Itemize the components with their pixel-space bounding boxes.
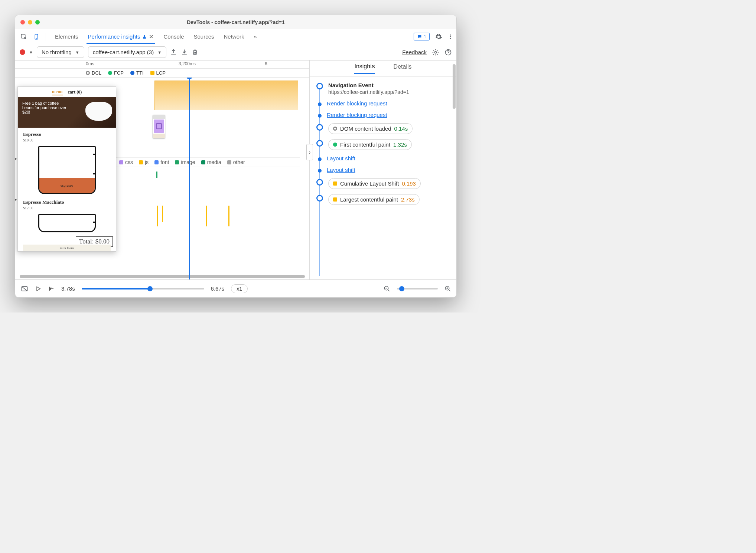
insight-layout-shift-2[interactable]: Layout shift xyxy=(314,167,453,173)
expand-section-2[interactable]: ▸ xyxy=(15,196,20,202)
dcl-label: DOM content loaded xyxy=(340,125,391,132)
wf-bar[interactable] xyxy=(157,206,158,226)
marker-tti[interactable]: TTI xyxy=(130,70,144,76)
record-menu-caret[interactable]: ▼ xyxy=(29,50,33,55)
minimize-window[interactable] xyxy=(28,20,32,24)
maximize-window[interactable] xyxy=(35,20,40,24)
zoom-out-icon[interactable] xyxy=(384,285,390,292)
skip-back-icon[interactable] xyxy=(48,285,55,292)
upload-icon[interactable] xyxy=(170,49,177,56)
insight-render-blocking-2[interactable]: Render blocking request xyxy=(314,112,453,118)
close-tab-icon[interactable]: ✕ xyxy=(149,33,154,40)
nav-event-title: Navigation Event xyxy=(328,82,453,88)
recording-value: coffee-cart.netlify.app (3) xyxy=(93,49,154,55)
marker-lcp[interactable]: LCP xyxy=(150,70,166,76)
zoom-slider[interactable] xyxy=(397,288,438,289)
marker-fcp[interactable]: FCP xyxy=(108,70,124,76)
preview-menu-link: menu xyxy=(52,89,63,95)
preview-cup-fill: espresso xyxy=(39,178,95,193)
time-ruler[interactable]: 0ms 3,200ms 6, xyxy=(15,60,309,69)
recording-select[interactable]: coffee-cart.netlify.app (3) ▼ xyxy=(88,46,166,58)
more-menu-icon[interactable] xyxy=(447,33,453,40)
preview-item-1: Espresso $10.00 espresso xyxy=(18,128,116,194)
ruler-tick-0: 0ms xyxy=(86,61,94,66)
lcp-square-icon xyxy=(333,197,337,202)
playback-speed[interactable]: x1 xyxy=(231,284,248,293)
inspect-element-icon[interactable] xyxy=(18,31,29,42)
throttling-value: No throttling xyxy=(42,49,72,55)
resource-legend: css js font image media other xyxy=(115,157,300,167)
insight-layout-shift-1[interactable]: Layout shift xyxy=(314,155,453,161)
screenshot-preview: menu cart (0) Free 1 bag of coffee beans… xyxy=(17,86,116,252)
svg-line-14 xyxy=(449,289,450,291)
legend-js[interactable]: js xyxy=(139,159,149,165)
horizontal-scrollbar[interactable] xyxy=(20,275,305,278)
wf-bar[interactable] xyxy=(206,206,207,226)
delete-icon[interactable] xyxy=(192,49,198,56)
lcp-value: 2.73s xyxy=(401,196,415,203)
wf-bar[interactable] xyxy=(162,206,163,222)
ruler-tick-1: 3,200ms xyxy=(179,61,196,66)
markers-legend: DCL FCP TTI LCP xyxy=(15,69,309,78)
titlebar: DevTools - coffee-cart.netlify.app/?ad=1 xyxy=(15,15,456,29)
wf-bar[interactable] xyxy=(156,171,157,178)
cls-value: 0.193 xyxy=(402,180,416,187)
ruler-tick-2: 6, xyxy=(265,61,268,66)
insight-cls[interactable]: Cumulative Layout Shift 0.193 xyxy=(314,178,453,189)
legend-media[interactable]: media xyxy=(201,159,221,165)
render-blocking-link[interactable]: Render blocking request xyxy=(327,100,387,107)
tab-console[interactable]: Console xyxy=(162,30,185,43)
tab-details[interactable]: Details xyxy=(394,63,412,74)
tab-label: Performance insights xyxy=(88,33,140,40)
legend-css[interactable]: css xyxy=(119,159,133,165)
render-blocking-link[interactable]: Render blocking request xyxy=(327,112,387,118)
pane-collapse-handle[interactable]: › xyxy=(306,144,313,160)
insights-pane: Insights Details Navigation Event https:… xyxy=(310,60,456,279)
zoom-in-icon[interactable] xyxy=(444,285,451,292)
tab-sources[interactable]: Sources xyxy=(192,30,215,43)
main-thread-region[interactable] xyxy=(154,81,298,110)
legend-font[interactable]: font xyxy=(154,159,169,165)
tabs-overflow[interactable]: » xyxy=(252,30,258,43)
panel-settings-icon[interactable] xyxy=(432,49,439,56)
flask-icon xyxy=(142,34,147,39)
wf-bar[interactable] xyxy=(228,206,229,226)
screenshot-thumbnail[interactable] xyxy=(153,115,165,138)
layout-shift-link[interactable]: Layout shift xyxy=(327,155,355,161)
tabs-right-controls: 1 xyxy=(414,33,453,40)
play-icon[interactable] xyxy=(35,285,41,292)
preview-banner-text: Free 1 bag of coffee beans for purchase … xyxy=(22,101,67,114)
legend-other[interactable]: other xyxy=(227,159,245,165)
insight-dcl[interactable]: DOM content loaded 0.14s xyxy=(314,123,453,134)
tab-performance-insights[interactable]: Performance insights ✕ xyxy=(87,30,156,44)
svg-point-5 xyxy=(450,38,451,39)
preview-banner: Free 1 bag of coffee beans for purchase … xyxy=(18,97,116,128)
insight-fcp[interactable]: First contentful paint 1.32s xyxy=(314,139,453,150)
tab-elements[interactable]: Elements xyxy=(53,30,80,43)
throttling-select[interactable]: No throttling ▼ xyxy=(37,46,84,58)
messages-count: 1 xyxy=(424,34,426,39)
tab-network[interactable]: Network xyxy=(222,30,246,43)
legend-image[interactable]: image xyxy=(175,159,195,165)
download-icon[interactable] xyxy=(181,49,188,56)
layout-shift-link[interactable]: Layout shift xyxy=(327,167,355,173)
no-screenshot-icon[interactable] xyxy=(20,285,29,292)
preview-nav: menu cart (0) xyxy=(18,87,116,97)
device-toggle-icon[interactable] xyxy=(31,31,42,42)
cls-label: Cumulative Layout Shift xyxy=(340,180,399,187)
preview-cup-graphic: espresso xyxy=(38,146,96,194)
playhead[interactable] xyxy=(189,78,190,279)
record-button[interactable] xyxy=(20,49,25,55)
playback-slider[interactable] xyxy=(82,288,204,289)
settings-icon[interactable] xyxy=(435,33,442,40)
insight-lcp[interactable]: Largest contentful paint 2.73s xyxy=(314,194,453,205)
marker-dcl[interactable]: DCL xyxy=(86,70,101,76)
insight-navigation[interactable]: Navigation Event https://coffee-cart.net… xyxy=(314,82,453,95)
feedback-link[interactable]: Feedback xyxy=(402,49,427,55)
expand-section-1[interactable]: ▸ xyxy=(15,156,20,161)
messages-badge[interactable]: 1 xyxy=(414,33,430,40)
tab-insights[interactable]: Insights xyxy=(354,63,375,74)
help-icon[interactable] xyxy=(444,49,452,56)
close-window[interactable] xyxy=(20,20,25,24)
insight-render-blocking-1[interactable]: Render blocking request xyxy=(314,100,453,107)
